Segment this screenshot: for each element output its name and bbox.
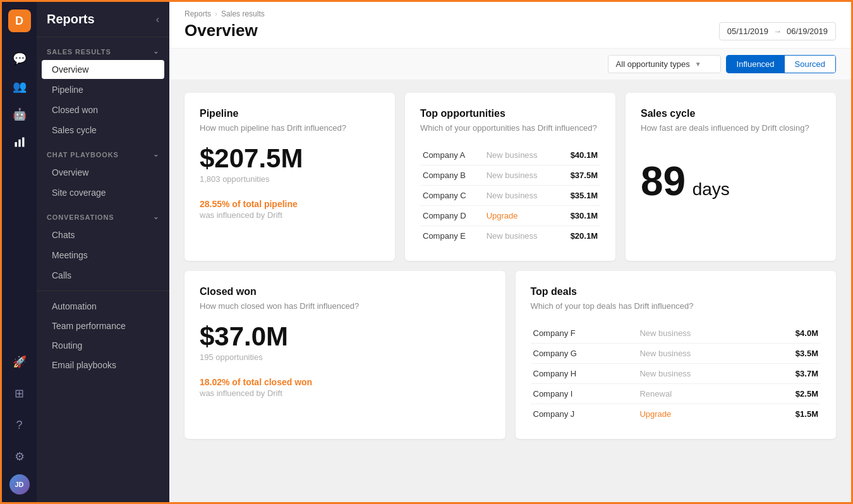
top-deals-card: Top deals Which of your top deals has Dr… (516, 271, 837, 439)
opportunity-type: New business (484, 145, 558, 165)
top-opp-card-title: Top opportunities (420, 108, 600, 119)
company-name: Company A (420, 145, 484, 165)
top-cards-grid: Pipeline How much pipeline has Drift inf… (185, 93, 836, 261)
breadcrumb-separator: › (215, 9, 217, 18)
svg-rect-2 (22, 138, 24, 147)
top-deals-card-title: Top deals (531, 286, 821, 297)
amount: $30.1M (558, 206, 601, 226)
sidebar-item-chats[interactable]: Chats (42, 225, 164, 244)
table-row: Company D Upgrade $30.1M (420, 206, 600, 226)
section-chat-playbooks: CHAT PLAYBOOKS ⌄ (37, 140, 169, 162)
closed-won-card-title: Closed won (200, 286, 490, 297)
sidebar-item-calls[interactable]: Calls (42, 266, 164, 285)
svg-rect-1 (18, 140, 20, 147)
toggle-influenced-button[interactable]: Influenced (727, 56, 785, 73)
settings-icon[interactable]: ⚙ (7, 444, 32, 469)
pipeline-card-count: 1,803 opportunities (200, 174, 380, 184)
opportunity-type-dropdown[interactable]: All opportunity types ▼ (608, 55, 721, 73)
table-row: Company B New business $37.5M (420, 165, 600, 186)
company-name: Company D (420, 206, 484, 226)
sidebar-item-site-coverage[interactable]: Site coverage (42, 183, 164, 202)
breadcrumb-root: Reports (185, 9, 211, 18)
closed-won-card-subtitle: How much closed won has Drift influenced… (200, 301, 490, 311)
deal-type: Renewal (637, 384, 759, 404)
date-start: 05/11/2019 (727, 27, 768, 36)
date-arrow: → (773, 27, 782, 36)
avatar[interactable]: JD (9, 474, 30, 495)
sales-cycle-card-subtitle: How fast are deals influenced by Drift c… (641, 123, 821, 133)
opportunity-type: New business (484, 226, 558, 246)
chat-icon[interactable]: 💬 (7, 46, 32, 71)
section-conversations: CONVERSATIONS ⌄ (37, 203, 169, 225)
sidebar-item-closed-won[interactable]: Closed won (42, 100, 164, 119)
closed-won-card: Closed won How much closed won has Drift… (185, 271, 505, 439)
table-row: Company F New business $4.0M (531, 323, 821, 344)
top-deals-card-subtitle: Which of your top deals has Drift influe… (531, 301, 821, 311)
breadcrumb: Reports › Sales results (185, 9, 836, 18)
chevron-down-icon: ▼ (695, 61, 701, 68)
amount: $20.1M (558, 226, 601, 246)
company-name: Company E (420, 226, 484, 246)
app-logo: D (8, 9, 31, 32)
amount: $2.5M (760, 384, 821, 404)
pipeline-card-highlight-sub: was influenced by Drift (200, 210, 380, 220)
sidebar-item-automation[interactable]: Automation (42, 297, 164, 316)
chart-icon[interactable] (7, 129, 32, 155)
amount: $35.1M (558, 186, 601, 206)
toggle-sourced-button[interactable]: Sourced (785, 56, 835, 73)
svg-rect-0 (15, 142, 16, 147)
topbar-row: Overview 05/11/2019 → 06/19/2019 (185, 21, 836, 48)
sidebar-item-meetings[interactable]: Meetings (42, 246, 164, 265)
pipeline-card-title: Pipeline (200, 108, 380, 119)
table-row: Company G New business $3.5M (531, 344, 821, 364)
sidebar-item-pipeline[interactable]: Pipeline (42, 80, 164, 99)
company-name: Company H (531, 364, 638, 384)
table-row: Company J Upgrade $1.5M (531, 404, 821, 424)
opportunity-type: Upgrade (484, 206, 558, 226)
deal-type: New business (637, 364, 759, 384)
amount: $4.0M (760, 323, 821, 344)
pipeline-card-value: $207.5M (200, 145, 380, 172)
pipeline-card-highlight: 28.55% of total pipeline (200, 199, 380, 209)
sidebar-item-email-playbooks[interactable]: Email playbooks (42, 356, 164, 375)
date-end: 06/19/2019 (787, 27, 828, 36)
sidebar: Reports ‹ SALES RESULTS ⌄ Overview Pipel… (37, 2, 169, 502)
top-opportunities-card: Top opportunities Which of your opportun… (405, 93, 615, 261)
sales-cycle-unit: days (693, 179, 730, 199)
opportunity-type: New business (484, 165, 558, 186)
pipeline-card: Pipeline How much pipeline has Drift inf… (185, 93, 395, 261)
opportunity-type: New business (484, 186, 558, 206)
topbar: Reports › Sales results Overview 05/11/2… (169, 2, 851, 49)
sidebar-item-team-performance[interactable]: Team performance (42, 316, 164, 335)
top-opp-card-subtitle: Which of your opportunities has Drift in… (420, 123, 600, 133)
sales-cycle-card-title: Sales cycle (641, 108, 821, 119)
grid-icon[interactable]: ⊞ (7, 381, 32, 406)
filter-bar: All opportunity types ▼ Influenced Sourc… (169, 49, 851, 80)
table-row: Company I Renewal $2.5M (531, 384, 821, 404)
date-range-picker[interactable]: 05/11/2019 → 06/19/2019 (719, 22, 836, 40)
sidebar-item-routing[interactable]: Routing (42, 336, 164, 355)
top-opportunities-table: Company A New business $40.1M Company B … (420, 145, 600, 246)
company-name: Company F (531, 323, 638, 344)
sidebar-collapse-button[interactable]: ‹ (156, 14, 159, 25)
cards-area: Pipeline How much pipeline has Drift inf… (169, 80, 851, 502)
company-name: Company J (531, 404, 638, 424)
rocket-icon[interactable]: 🚀 (7, 349, 32, 375)
sidebar-item-sales-cycle[interactable]: Sales cycle (42, 121, 164, 140)
sidebar-item-playbooks-overview[interactable]: Overview (42, 163, 164, 182)
company-name: Company I (531, 384, 638, 404)
main-content: Reports › Sales results Overview 05/11/2… (169, 2, 851, 502)
help-icon[interactable]: ? (7, 412, 32, 438)
table-row: Company H New business $3.7M (531, 364, 821, 384)
robot-icon[interactable]: 🤖 (7, 102, 32, 127)
deal-type: Upgrade (637, 404, 759, 424)
people-icon[interactable]: 👥 (7, 74, 32, 99)
dropdown-label: All opportunity types (616, 59, 690, 69)
deal-type: New business (637, 323, 759, 344)
top-deals-table: Company F New business $4.0M Company G N… (531, 323, 821, 424)
amount: $1.5M (760, 404, 821, 424)
closed-won-card-value: $37.0M (200, 323, 490, 350)
sidebar-item-overview[interactable]: Overview (42, 60, 164, 79)
view-toggle-group: Influenced Sourced (726, 55, 836, 73)
table-row: Company C New business $35.1M (420, 186, 600, 206)
